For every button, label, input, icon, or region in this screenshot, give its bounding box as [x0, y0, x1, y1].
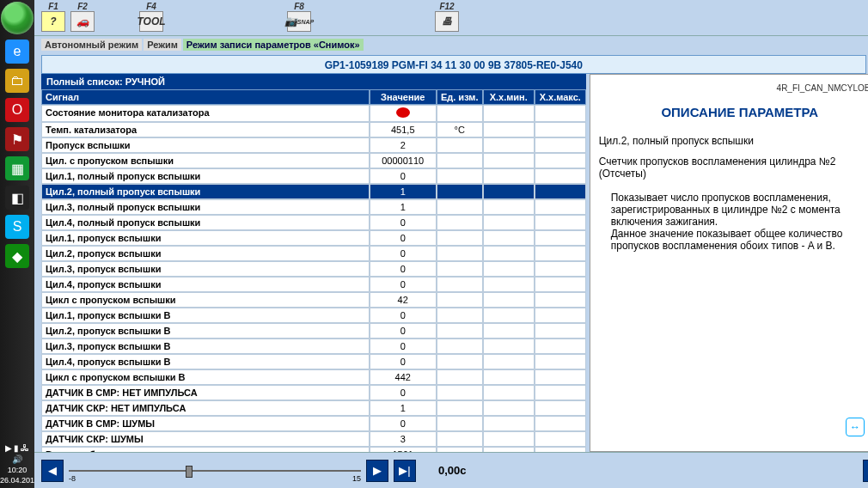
table-row[interactable]: Цил.2, полный пропуск вспышки1: [41, 184, 586, 199]
cell-min: [483, 369, 535, 385]
footer-bar: ◀ -8 15 ▶ ▶| 0,00с 💾: [34, 452, 868, 488]
taskbar-opera-icon[interactable]: O: [5, 98, 29, 122]
mode-autonomous[interactable]: Автономный режим: [41, 39, 142, 51]
table-row[interactable]: Цил.4, полный пропуск вспышки0: [41, 215, 586, 230]
table-row[interactable]: ДАТЧИК В СМР: ШУМЫ0: [41, 416, 586, 431]
mode-regime[interactable]: Режим: [144, 39, 181, 51]
table-row[interactable]: ДАТЧИК СКР: ШУМЫ3: [41, 431, 586, 447]
cell-unit: [437, 323, 483, 339]
table-row[interactable]: ДАТЧИК СКР: НЕТ ИМПУЛЬСА1: [41, 400, 586, 416]
cell-unit: [437, 215, 483, 230]
header-min[interactable]: Х.х.мин.: [483, 89, 535, 105]
cell-max: [535, 246, 586, 261]
taskbar-network-icon[interactable]: ◧: [5, 186, 29, 210]
cell-max: [535, 230, 586, 246]
f8-key[interactable]: F8📷SNAP: [287, 2, 311, 32]
tray-flag-icon[interactable]: ▶: [5, 443, 12, 453]
taskbar-skype-icon[interactable]: S: [5, 215, 29, 239]
header-unit[interactable]: Ед. изм.: [437, 89, 483, 105]
table-row[interactable]: ДАТЧИК В СМР: НЕТ ИМПУЛЬСА0: [41, 385, 586, 400]
table-row[interactable]: Цил.4, пропуск вспышки B0: [41, 354, 586, 369]
cell-value: 0: [370, 339, 437, 354]
cell-max: [535, 339, 586, 354]
cell-unit: [437, 246, 483, 261]
cell-value: 1: [370, 184, 437, 199]
cell-value: 0: [370, 261, 437, 277]
table-row[interactable]: Цил. с пропуском вспышки00000110: [41, 153, 586, 168]
taskbar-explorer-icon[interactable]: 🗀: [5, 69, 29, 93]
table-row[interactable]: Цил.3, пропуск вспышки0: [41, 261, 586, 277]
header-max[interactable]: Х.х.макс.: [535, 89, 586, 105]
description-pane: 4R_FI_CAN_NMCYLOBS2 ОПИСАНИЕ ПАРАМЕТРА Ц…: [590, 74, 868, 452]
cell-value: 0: [370, 308, 437, 323]
table-body[interactable]: Состояние монитора катализатораТемп. кат…: [41, 105, 586, 452]
cell-value: 451,5: [370, 122, 437, 137]
cell-value: 0: [370, 168, 437, 184]
f4-key[interactable]: F4TOOL: [139, 2, 163, 32]
tray-sound-icon[interactable]: 🔊: [12, 454, 22, 464]
time-slider[interactable]: -8 15: [69, 461, 361, 481]
cell-max: [535, 153, 586, 168]
cell-signal: Цил.4, пропуск вспышки: [41, 277, 370, 292]
start-button[interactable]: [1, 2, 34, 34]
taskbar-commander-icon[interactable]: ▦: [5, 156, 29, 180]
cell-value: 1: [370, 199, 437, 215]
cell-unit: [437, 308, 483, 323]
cell-max: [535, 400, 586, 416]
cell-unit: [437, 277, 483, 292]
f1-key[interactable]: F1?: [41, 2, 65, 32]
cell-unit: [437, 292, 483, 308]
table-row[interactable]: Цил.1, полный пропуск вспышки0: [41, 168, 586, 184]
cell-min: [483, 400, 535, 416]
f2-key[interactable]: F2🚗: [70, 2, 95, 32]
table-row[interactable]: Цил.3, пропуск вспышки B0: [41, 339, 586, 354]
cell-unit: [437, 230, 483, 246]
table-header: Сигнал Значение Ед. изм. Х.х.мин. Х.х.ма…: [41, 89, 586, 105]
cell-min: [483, 416, 535, 431]
nav-prev-button[interactable]: ◀: [41, 460, 64, 482]
cell-unit: [437, 416, 483, 431]
cell-value: 0: [370, 385, 437, 400]
cell-signal: Цил.2, пропуск вспышки: [41, 246, 370, 261]
header-value[interactable]: Значение: [370, 89, 437, 105]
cell-min: [483, 184, 535, 199]
table-row[interactable]: Цил.4, пропуск вспышки0: [41, 277, 586, 292]
table-row[interactable]: Цикл с пропуском вспышки42: [41, 292, 586, 308]
cell-unit: [437, 137, 483, 153]
f12-key[interactable]: F12🖶: [435, 2, 459, 32]
cell-unit: [437, 184, 483, 199]
table-row[interactable]: Цил.2, пропуск вспышки0: [41, 246, 586, 261]
table-row[interactable]: Цил.1, пропуск вспышки B0: [41, 308, 586, 323]
table-row[interactable]: Цил.1, пропуск вспышки0: [41, 230, 586, 246]
mode-snapshot[interactable]: Режим записи параметров «Снимок»: [183, 39, 364, 51]
cell-max: [535, 369, 586, 385]
taskbar-ie-icon[interactable]: e: [5, 40, 29, 64]
table-row[interactable]: Цил.3, полный пропуск вспышки1: [41, 199, 586, 215]
save-button[interactable]: 💾: [863, 460, 868, 482]
table-row[interactable]: Цикл с пропуском вспышки B442: [41, 369, 586, 385]
header-signal[interactable]: Сигнал: [41, 89, 370, 105]
table-row[interactable]: Пропуск вспышки2: [41, 137, 586, 153]
cell-unit: [437, 261, 483, 277]
taskbar-security-icon[interactable]: ⚑: [5, 127, 29, 151]
cell-signal: ДАТЧИК СКР: ШУМЫ: [41, 431, 370, 447]
cell-signal: ДАТЧИК В СМР: ШУМЫ: [41, 416, 370, 431]
system-tray[interactable]: ▶ ▮ 🖧 🔊 10:20 26.04.2017: [0, 442, 34, 488]
cell-max: [535, 431, 586, 447]
cell-value: 0: [370, 416, 437, 431]
table-row[interactable]: Темп. катализатора451,5°C: [41, 122, 586, 137]
cell-max: [535, 308, 586, 323]
taskbar-app-icon[interactable]: ◆: [5, 244, 29, 268]
table-row[interactable]: Состояние монитора катализатора: [41, 105, 586, 122]
table-row[interactable]: Цил.2, пропуск вспышки B0: [41, 323, 586, 339]
cell-value: 0: [370, 354, 437, 369]
tray-network-icon[interactable]: 🖧: [21, 443, 29, 453]
teamviewer-icon[interactable]: ↔: [846, 418, 865, 436]
function-key-bar: F1? F2🚗 F4TOOL F8📷SNAP F12🖶: [34, 0, 868, 36]
tray-signal-icon[interactable]: ▮: [14, 443, 19, 453]
slider-min: -8: [69, 474, 76, 483]
data-table-pane: Полный список: РУЧНОЙ Сигнал Значение Ед…: [41, 74, 586, 452]
cell-max: [535, 416, 586, 431]
nav-next-button[interactable]: ▶: [366, 460, 388, 482]
nav-end-button[interactable]: ▶|: [394, 460, 416, 482]
